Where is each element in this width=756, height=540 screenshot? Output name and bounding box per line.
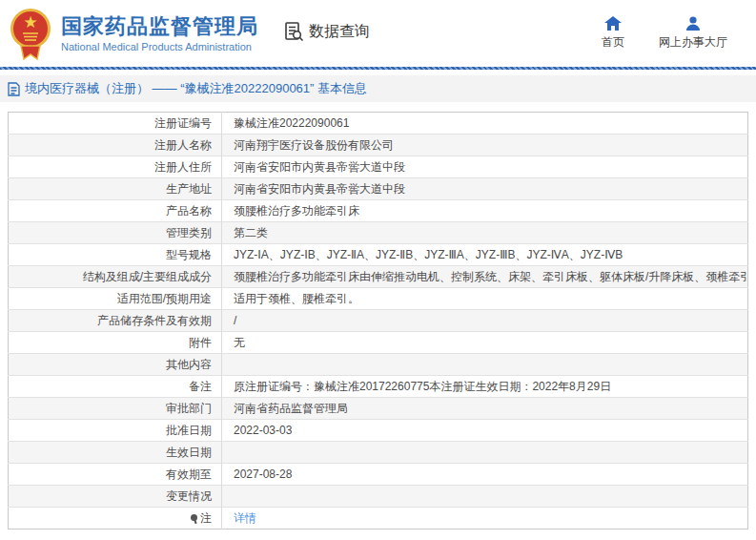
org-name-cn: 国家药品监督管理局	[61, 14, 258, 39]
nav-service-hall-label: 网上办事大厅	[659, 34, 727, 51]
row-value: 第二类	[222, 222, 748, 244]
top-nav: 首页 网上办事大厅	[602, 16, 727, 51]
page-title-bar: 境内医疗器械（注册） —— “豫械注准20222090061” 基本信息	[0, 75, 756, 102]
row-value: 无	[222, 332, 748, 354]
row-value	[222, 442, 748, 464]
svg-text:★: ★	[23, 13, 37, 31]
header-divider	[0, 67, 756, 70]
row-label: 结构及组成/主要组成成分	[9, 266, 222, 288]
brand-text: 国家药品监督管理局 National Medical Products Admi…	[61, 14, 258, 52]
table-row: 附件无	[9, 332, 748, 354]
table-row: 有效期至2027-08-28	[9, 464, 748, 486]
row-label: 产品名称	[9, 200, 222, 222]
registration-info-table-wrap: 注册证编号豫械注准20222090061注册人名称河南翔宇医疗设备股份有限公司注…	[8, 112, 748, 530]
row-value: 原注册证编号：豫械注准20172260775本注册证生效日期：2022年8月29…	[222, 376, 748, 398]
table-row: 生产地址河南省安阳市内黄县帝喾大道中段	[9, 178, 748, 200]
row-value: JYZ-ⅠA、JYZ-ⅠB、JYZ-ⅡA、JYZ-ⅡB、JYZ-ⅢA、JYZ-Ⅲ…	[222, 244, 748, 266]
data-query-section: 数据查询	[283, 21, 370, 42]
row-label: 生产地址	[9, 178, 222, 200]
table-row: 生效日期	[9, 442, 748, 464]
nav-home[interactable]: 首页	[602, 16, 624, 51]
site-header: ★ 国家药品监督管理局 National Medical Products Ad…	[0, 0, 756, 67]
table-row: 注册人名称河南翔宇医疗设备股份有限公司	[9, 135, 748, 156]
registration-info-table: 注册证编号豫械注准20222090061注册人名称河南翔宇医疗设备股份有限公司注…	[8, 112, 748, 530]
row-label: 管理类别	[9, 222, 222, 244]
row-label: 有效期至	[9, 464, 222, 486]
row-label: 备注	[9, 376, 222, 398]
table-row: 结构及组成/主要组成成分颈腰椎治疗多功能牵引床由伸缩推动电机、控制系统、床架、牵…	[9, 266, 748, 288]
row-value: 颈腰椎治疗多功能牵引床由伸缩推动电机、控制系统、床架、牵引床板、躯体床板/升降床…	[222, 266, 748, 288]
row-value: 河南省药品监督管理局	[222, 398, 748, 420]
data-query-icon	[283, 21, 304, 42]
org-name-en: National Medical Products Administration	[61, 41, 258, 52]
row-label: 注册人名称	[9, 135, 222, 156]
row-label: 注	[9, 508, 222, 530]
table-row: 注册人住所河南省安阳市内黄县帝喾大道中段	[9, 156, 748, 178]
row-value: 河南翔宇医疗设备股份有限公司	[222, 135, 748, 156]
table-row: 型号规格JYZ-ⅠA、JYZ-ⅠB、JYZ-ⅡA、JYZ-ⅡB、JYZ-ⅢA、J…	[9, 244, 748, 266]
page-title: 境内医疗器械（注册） —— “豫械注准20222090061” 基本信息	[25, 80, 367, 97]
row-label: 变更情况	[9, 486, 222, 508]
table-row: 产品名称颈腰椎治疗多功能牵引床	[9, 200, 748, 222]
table-row: 注册证编号豫械注准20222090061	[9, 113, 748, 135]
row-label: 其他内容	[9, 354, 222, 376]
row-label: 生效日期	[9, 442, 222, 464]
table-row: 审批部门河南省药品监督管理局	[9, 398, 748, 420]
row-value: 适用于颈椎、腰椎牵引。	[222, 288, 748, 310]
table-row: 批准日期2022-03-03	[9, 420, 748, 442]
row-value: 河南省安阳市内黄县帝喾大道中段	[222, 156, 748, 178]
table-row: 适用范围/预期用途适用于颈椎、腰椎牵引。	[9, 288, 748, 310]
row-label: 适用范围/预期用途	[9, 288, 222, 310]
row-label: 批准日期	[9, 420, 222, 442]
row-label: 产品储存条件及有效期	[9, 310, 222, 332]
detail-link[interactable]: 详情	[234, 511, 256, 525]
row-label: 附件	[9, 332, 222, 354]
user-icon	[685, 16, 701, 31]
row-value: 豫械注准20222090061	[222, 113, 748, 135]
row-label: 审批部门	[9, 398, 222, 420]
table-row: 注详情	[9, 508, 748, 530]
row-value: 详情	[222, 508, 748, 530]
note-pin-icon	[191, 514, 197, 521]
brand: ★ 国家药品监督管理局 National Medical Products Ad…	[10, 6, 258, 61]
row-label: 注册人住所	[9, 156, 222, 178]
table-row: 其他内容	[9, 354, 748, 376]
home-icon	[604, 16, 622, 31]
row-value: 2022-03-03	[222, 420, 748, 442]
table-row: 变更情况	[9, 486, 748, 508]
row-value: 2027-08-28	[222, 464, 748, 486]
row-value	[222, 486, 748, 508]
row-label: 注册证编号	[9, 113, 222, 135]
row-value: 颈腰椎治疗多功能牵引床	[222, 200, 748, 222]
nav-home-label: 首页	[602, 34, 624, 51]
row-label: 型号规格	[9, 244, 222, 266]
row-value	[222, 354, 748, 376]
data-query-label: 数据查询	[309, 22, 370, 42]
table-row: 产品储存条件及有效期/	[9, 310, 748, 332]
nav-service-hall[interactable]: 网上办事大厅	[659, 16, 727, 51]
table-row: 备注原注册证编号：豫械注准20172260775本注册证生效日期：2022年8月…	[9, 376, 748, 398]
row-value: 河南省安阳市内黄县帝喾大道中段	[222, 178, 748, 200]
document-icon	[8, 82, 20, 96]
table-row: 管理类别第二类	[9, 222, 748, 244]
national-emblem-logo: ★	[10, 6, 51, 61]
row-value: /	[222, 310, 748, 332]
